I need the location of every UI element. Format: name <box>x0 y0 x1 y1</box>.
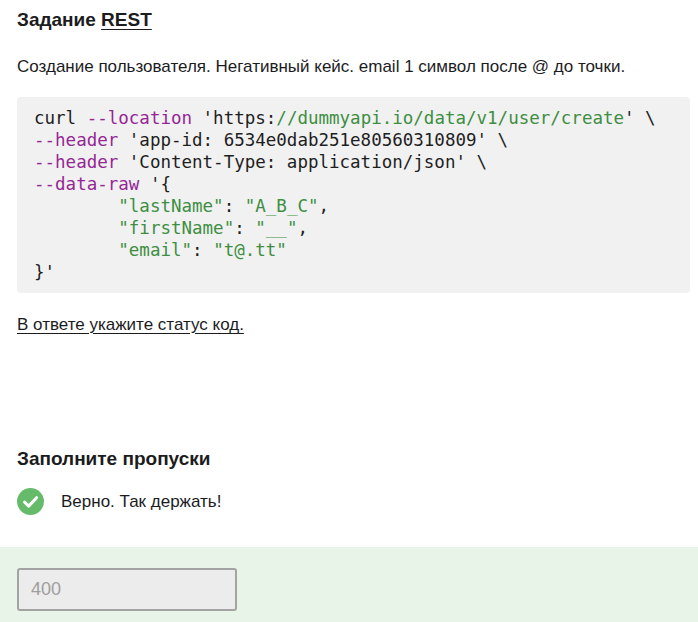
code-line: "firstName": "__", <box>34 217 673 239</box>
feedback-row: Верно. Так держать! <box>17 488 698 515</box>
feedback-text: Верно. Так держать! <box>61 490 221 514</box>
code-line: curl --location 'https://dummyapi.io/dat… <box>34 107 673 129</box>
task-step: Задание REST Создание пользователя. Нега… <box>0 0 698 515</box>
answer-panel <box>0 547 698 622</box>
code-line: }' <box>34 261 673 283</box>
code-line: --header 'app-id: 6534e0dab251e805603108… <box>34 129 673 151</box>
instruction-text: В ответе укажите статус код. <box>17 313 698 337</box>
code-line: "lastName": "A_B_C", <box>34 195 673 217</box>
page-title-prefix: Задание <box>17 9 101 30</box>
code-block: curl --location 'https://dummyapi.io/dat… <box>17 97 690 293</box>
code-line: --header 'Content-Type: application/json… <box>34 151 673 173</box>
code-line: "email": "t@.tt" <box>34 239 673 261</box>
check-circle-icon <box>17 488 44 515</box>
answer-input[interactable] <box>17 568 237 611</box>
quiz-heading: Заполните пропуски <box>17 447 698 471</box>
task-description: Создание пользователя. Негативный кейс. … <box>17 55 698 79</box>
code-line: --data-raw '{ <box>34 173 673 195</box>
page-title: Задание REST <box>17 8 698 32</box>
rest-link[interactable]: REST <box>101 9 152 30</box>
